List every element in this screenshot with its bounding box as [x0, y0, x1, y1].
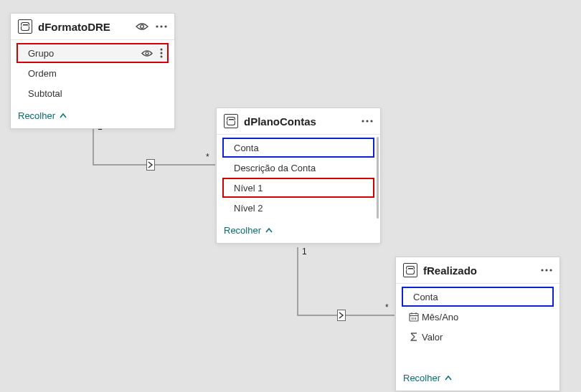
- calendar-icon: [406, 312, 422, 322]
- field-label: Conta: [413, 292, 549, 302]
- svg-point-13: [549, 269, 552, 271]
- table-title: dPlanoContas: [244, 115, 362, 128]
- svg-point-5: [161, 49, 163, 51]
- field-label: Conta: [234, 143, 370, 153]
- table-header[interactable]: dFormatoDRE: [11, 14, 174, 40]
- field-Nivel1[interactable]: Nível 1: [222, 178, 374, 198]
- svg-rect-14: [410, 314, 418, 322]
- table-icon: [403, 263, 417, 277]
- svg-point-8: [362, 120, 364, 122]
- visibility-icon[interactable]: [141, 49, 153, 57]
- collapse-label: Recolher: [224, 225, 261, 236]
- table-title: dFormatoDRE: [38, 21, 136, 33]
- field-Grupo[interactable]: Grupo: [16, 43, 169, 63]
- field-Nivel2[interactable]: Nível 2: [222, 198, 374, 218]
- more-options-icon[interactable]: [362, 120, 373, 123]
- field-more-icon[interactable]: [160, 48, 163, 58]
- more-options-icon[interactable]: [541, 269, 552, 272]
- table-card-dFormatoDRE[interactable]: dFormatoDRE Grupo: [10, 13, 175, 129]
- svg-point-4: [146, 52, 148, 54]
- field-label: Nível 2: [234, 203, 370, 214]
- table-header[interactable]: dPlanoContas: [217, 108, 380, 135]
- collapse-button[interactable]: Recolher: [217, 219, 380, 243]
- sigma-icon: [406, 332, 422, 342]
- table-icon: [18, 19, 32, 34]
- cardinality-label: *: [206, 152, 209, 162]
- svg-point-0: [141, 25, 144, 29]
- svg-point-11: [541, 269, 543, 271]
- field-label: Grupo: [28, 48, 141, 59]
- collapse-label: Recolher: [403, 373, 440, 383]
- field-list: Grupo Ordem Subtotal: [11, 40, 174, 105]
- chevron-up-icon: [265, 228, 273, 233]
- relationship-direction-icon: [337, 310, 346, 321]
- svg-point-7: [161, 56, 163, 58]
- spacer: [402, 347, 554, 365]
- field-label: Subtotal: [28, 88, 164, 99]
- svg-point-6: [161, 52, 163, 54]
- more-options-icon[interactable]: [156, 25, 167, 28]
- collapse-label: Recolher: [18, 110, 55, 121]
- field-MesAno[interactable]: Mês/Ano: [402, 307, 554, 327]
- svg-point-12: [545, 269, 547, 271]
- svg-point-10: [370, 120, 372, 122]
- table-header[interactable]: fRealizado: [396, 257, 559, 284]
- scrollbar[interactable]: [377, 137, 379, 219]
- table-card-dPlanoContas[interactable]: dPlanoContas Conta Descrição da Conta Ní…: [216, 107, 381, 244]
- field-list: Conta Mês/Ano Valor: [396, 284, 559, 367]
- svg-point-9: [366, 120, 368, 122]
- svg-point-3: [164, 25, 166, 27]
- field-label: Descrição da Conta: [234, 163, 370, 173]
- svg-point-2: [160, 25, 162, 27]
- relationship-direction-icon: [146, 159, 155, 171]
- visibility-icon[interactable]: [136, 22, 148, 31]
- chevron-up-icon: [445, 376, 452, 381]
- field-Subtotal[interactable]: Subtotal: [16, 83, 169, 103]
- field-Ordem[interactable]: Ordem: [16, 63, 169, 83]
- chevron-up-icon: [60, 113, 67, 118]
- table-card-fRealizado[interactable]: fRealizado Conta Mês/Ano Valor: [395, 257, 560, 391]
- field-label: Valor: [422, 332, 549, 343]
- table-title: fRealizado: [423, 264, 541, 277]
- field-label: Mês/Ano: [422, 312, 549, 322]
- cardinality-label: 1: [302, 247, 307, 257]
- field-Conta[interactable]: Conta: [402, 287, 554, 307]
- field-list: Conta Descrição da Conta Nível 1 Nível 2: [217, 135, 380, 219]
- field-label: Nível 1: [234, 183, 370, 193]
- field-DescricaoDaConta[interactable]: Descrição da Conta: [222, 158, 374, 178]
- field-Conta[interactable]: Conta: [222, 138, 374, 158]
- collapse-button[interactable]: Recolher: [396, 367, 559, 391]
- cardinality-label: *: [385, 302, 389, 312]
- table-icon: [224, 114, 238, 128]
- collapse-button[interactable]: Recolher: [11, 105, 174, 128]
- svg-point-1: [156, 25, 158, 27]
- field-label: Ordem: [28, 68, 164, 79]
- field-Valor[interactable]: Valor: [402, 327, 554, 347]
